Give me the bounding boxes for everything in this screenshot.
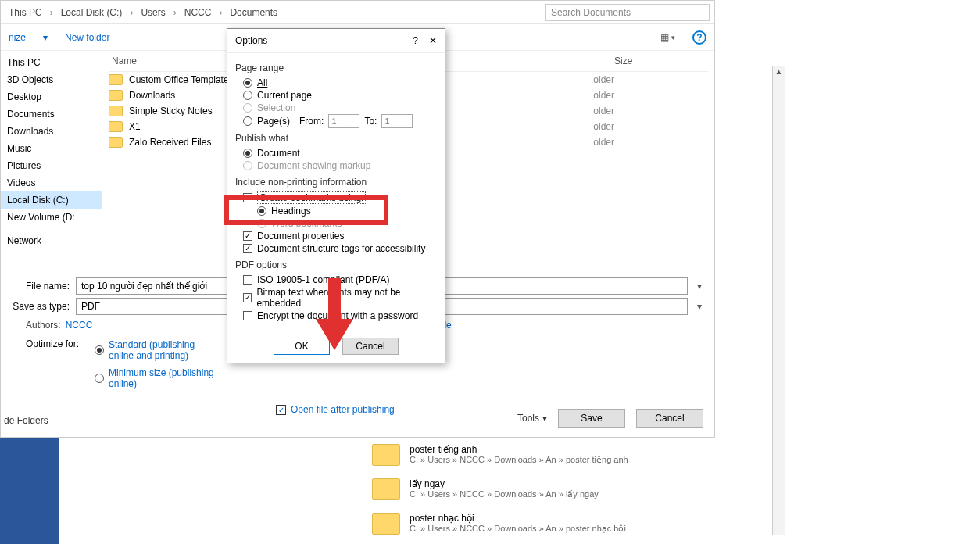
crumb[interactable]: Local Disk (C:) [58,7,126,18]
range-selection-radio: Selection [235,102,437,114]
nav-item[interactable]: Music [1,140,102,157]
radio-icon [243,78,252,88]
optimize-standard-radio[interactable]: Standard (publishing online and printing… [87,338,218,362]
page-from-input[interactable]: 1 [328,114,359,128]
dialog-titlebar[interactable]: Options ? ✕ [227,29,445,53]
dialog-title: Options [235,35,267,46]
folder-icon [372,478,400,500]
organize-button[interactable]: nize [9,32,26,43]
iso-checkbox[interactable]: ISO 19005-1 compliant (PDF/A) [235,274,437,286]
folder-icon [372,444,400,466]
page-to-input[interactable]: 1 [381,114,413,128]
radio-icon [243,116,252,126]
view-options-icon[interactable]: ▦ ▾ [660,32,675,43]
nav-item[interactable]: This PC [1,54,102,71]
folder-icon [109,74,123,85]
crumb[interactable]: NCCC [181,7,215,18]
radio-icon [243,103,252,113]
checkbox-icon [243,293,252,302]
file-name-label: File name: [10,281,70,292]
radio-icon [95,345,104,355]
checkbox-icon [243,193,252,202]
optimize-min-radio[interactable]: Minimum size (publishing online) [87,367,218,390]
scroll-up-icon[interactable]: ▲ [775,67,783,76]
tools-dropdown[interactable]: Tools▾ [517,413,547,424]
nav-item[interactable]: Videos [1,174,102,191]
bitmap-checkbox[interactable]: Bitmap text when fonts may not be embedd… [235,286,437,310]
nav-item[interactable]: Desktop [1,88,102,106]
range-current-radio[interactable]: Current page [235,89,437,102]
nav-item[interactable]: Documents [1,106,102,123]
bookmarks-checkbox[interactable]: Create bookmarks using: [235,191,437,205]
checkbox-icon [243,244,252,253]
recent-item[interactable]: poster nhạc hộiC: » Users » NCCC » Downl… [59,506,716,541]
new-folder-button[interactable]: New folder [65,32,109,43]
publish-markup-radio: Document showing markup [235,159,437,172]
word-nav-strip [0,438,59,544]
breadcrumb[interactable]: This PC Local Disk (C:) Users NCCC Docum… [1,1,714,24]
encrypt-checkbox[interactable]: Encrypt the document with a password [235,310,437,322]
authors-link[interactable]: NCCC [66,320,93,331]
nav-tree[interactable]: This PC 3D Objects Desktop Documents Dow… [1,51,102,270]
publish-document-radio[interactable]: Document [235,147,437,159]
nav-item[interactable]: New Volume (D: [1,209,102,226]
crumb[interactable]: Users [138,7,168,18]
search-input[interactable]: Search Documents [545,4,710,21]
nav-item[interactable]: Pictures [1,157,102,174]
recent-documents: poster tiếng anhC: » Users » NCCC » Down… [59,438,716,544]
radio-icon [243,149,252,158]
radio-icon [257,206,266,216]
cancel-button[interactable]: Cancel [636,409,703,428]
folder-icon [109,137,123,148]
save-button[interactable]: Save [558,409,625,428]
radio-icon [257,219,266,228]
recent-item[interactable]: poster tiếng anhC: » Users » NCCC » Down… [59,438,716,472]
folder-icon [372,513,400,535]
folder-icon [109,121,123,132]
headings-radio[interactable]: Headings [235,205,437,217]
options-dialog: Options ? ✕ Page range All Current page … [227,28,445,363]
radio-icon [243,91,252,100]
folder-icon [109,106,123,116]
nav-item[interactable] [1,226,102,232]
nav-item[interactable]: Network [1,232,102,249]
checkbox-icon [243,275,252,285]
radio-icon [95,374,104,383]
recent-item[interactable]: Music [59,541,716,544]
folder-icon [109,90,123,101]
nav-item[interactable]: Downloads [1,123,102,140]
structure-tags-checkbox[interactable]: Document structure tags for accessibilit… [235,242,437,255]
hide-folders-link[interactable]: de Folders [4,415,48,426]
range-all-radio[interactable]: All [235,77,437,89]
range-pages-radio[interactable]: Page(s) From: 1 To: 1 [235,114,437,128]
scrollbar[interactable]: ▲ [772,66,785,535]
checkbox-icon [243,311,252,320]
radio-icon [243,161,252,170]
ok-button[interactable]: OK [274,338,330,355]
crumb[interactable]: Documents [227,7,281,18]
recent-item[interactable]: lấy ngayC: » Users » NCCC » Downloads » … [59,472,716,506]
nav-item[interactable]: 3D Objects [1,71,102,88]
word-bookmarks-radio: Word bookmarks [235,217,437,230]
close-icon[interactable]: ✕ [429,35,437,46]
nav-item[interactable]: Local Disk (C:) [1,191,102,209]
cancel-button[interactable]: Cancel [342,338,399,355]
crumb[interactable]: This PC [5,7,45,18]
save-type-label: Save as type: [10,301,70,312]
checkbox-icon [243,231,252,241]
doc-properties-checkbox[interactable]: Document properties [235,230,437,242]
help-icon[interactable]: ? [413,35,418,46]
help-icon[interactable]: ? [692,30,706,45]
